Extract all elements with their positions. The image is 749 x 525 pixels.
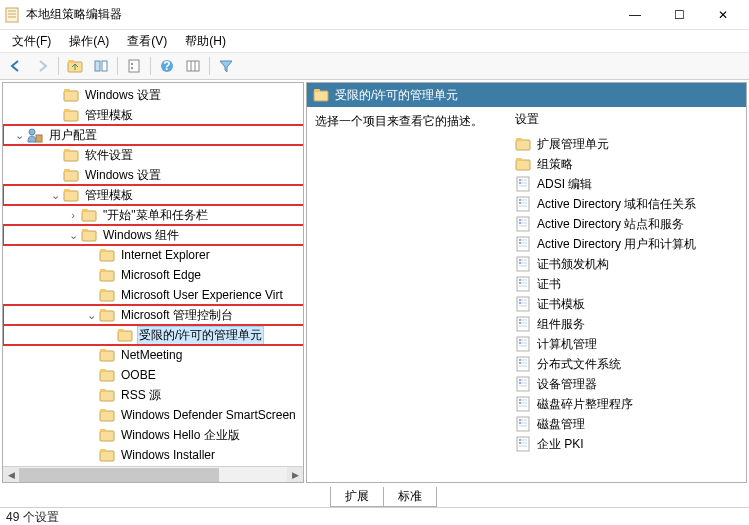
menu-help[interactable]: 帮助(H) bbox=[177, 31, 234, 52]
list-item-label: 组件服务 bbox=[537, 316, 585, 333]
tree-item[interactable]: RSS 源 bbox=[3, 385, 303, 405]
list-item[interactable]: 证书 bbox=[507, 274, 746, 294]
tree-item[interactable]: Microsoft User Experience Virt bbox=[3, 285, 303, 305]
collapse-icon[interactable]: ⌄ bbox=[47, 189, 63, 202]
tree-item[interactable]: ⌄用户配置 bbox=[3, 125, 303, 145]
menubar: 文件(F) 操作(A) 查看(V) 帮助(H) bbox=[0, 30, 749, 52]
tree-item[interactable]: ⌄Windows 组件 bbox=[3, 225, 303, 245]
list-item[interactable]: 设备管理器 bbox=[507, 374, 746, 394]
svg-rect-16 bbox=[129, 60, 139, 72]
setting-icon bbox=[515, 176, 531, 192]
list-item-label: ADSI 编辑 bbox=[537, 176, 592, 193]
expand-icon[interactable]: › bbox=[65, 209, 81, 221]
close-button[interactable]: ✕ bbox=[701, 0, 745, 30]
toolbar: ? bbox=[0, 52, 749, 80]
menu-file[interactable]: 文件(F) bbox=[4, 31, 59, 52]
tree-horizontal-scrollbar[interactable]: ◀ ▶ bbox=[3, 466, 303, 482]
tree-item[interactable]: ⌄管理模板 bbox=[3, 185, 303, 205]
settings-list[interactable]: 扩展管理单元组策略ADSI 编辑Active Directory 域和信任关系A… bbox=[507, 134, 746, 454]
tree-item[interactable]: 软件设置 bbox=[3, 145, 303, 165]
setting-icon bbox=[515, 236, 531, 252]
tree-item[interactable]: ›"开始"菜单和任务栏 bbox=[3, 205, 303, 225]
tab-standard[interactable]: 标准 bbox=[383, 487, 437, 507]
tree-item[interactable]: Windows Defender SmartScreen bbox=[3, 405, 303, 425]
tree-item[interactable]: Microsoft Edge bbox=[3, 265, 303, 285]
list-item[interactable]: 计算机管理 bbox=[507, 334, 746, 354]
folder-icon bbox=[313, 87, 329, 103]
list-item[interactable]: 磁盘管理 bbox=[507, 414, 746, 434]
list-item[interactable]: ADSI 编辑 bbox=[507, 174, 746, 194]
tree-item[interactable]: ⌄Microsoft 管理控制台 bbox=[3, 305, 303, 325]
minimize-button[interactable]: — bbox=[613, 0, 657, 30]
tree[interactable]: Windows 设置管理模板⌄用户配置软件设置Windows 设置⌄管理模板›"… bbox=[3, 83, 303, 466]
tree-item[interactable]: 管理模板 bbox=[3, 105, 303, 125]
toolbar-separator bbox=[209, 57, 210, 75]
list-item[interactable]: 组件服务 bbox=[507, 314, 746, 334]
maximize-button[interactable]: ☐ bbox=[657, 0, 701, 30]
tree-item-label: Microsoft 管理控制台 bbox=[119, 306, 235, 325]
scroll-thumb[interactable] bbox=[19, 468, 219, 482]
tree-item-label: OOBE bbox=[119, 367, 158, 383]
nav-forward-button[interactable] bbox=[30, 55, 54, 77]
show-hide-tree-button[interactable] bbox=[89, 55, 113, 77]
tree-item-label: Windows Hello 企业版 bbox=[119, 426, 242, 445]
list-item[interactable]: 分布式文件系统 bbox=[507, 354, 746, 374]
list-item-label: Active Directory 域和信任关系 bbox=[537, 196, 696, 213]
list-item[interactable]: 扩展管理单元 bbox=[507, 134, 746, 154]
tree-item-label: Windows 组件 bbox=[101, 226, 181, 245]
collapse-icon[interactable]: ⌄ bbox=[11, 129, 27, 142]
scroll-right-button[interactable]: ▶ bbox=[287, 467, 303, 483]
scroll-left-button[interactable]: ◀ bbox=[3, 467, 19, 483]
tree-item-label: Windows Defender SmartScreen bbox=[119, 407, 298, 423]
tree-item[interactable]: OOBE bbox=[3, 365, 303, 385]
tree-item-label: Microsoft User Experience Virt bbox=[119, 287, 285, 303]
svg-point-17 bbox=[131, 63, 133, 65]
setting-icon bbox=[515, 216, 531, 232]
list-item[interactable]: Active Directory 域和信任关系 bbox=[507, 194, 746, 214]
collapse-icon[interactable]: ⌄ bbox=[83, 309, 99, 322]
menu-action[interactable]: 操作(A) bbox=[61, 31, 117, 52]
list-item[interactable]: 组策略 bbox=[507, 154, 746, 174]
up-button[interactable] bbox=[63, 55, 87, 77]
setting-icon bbox=[515, 276, 531, 292]
nav-back-button[interactable] bbox=[4, 55, 28, 77]
details-tabs: 扩展 标准 bbox=[0, 485, 749, 507]
tree-item[interactable]: Windows Installer bbox=[3, 445, 303, 465]
folder-icon bbox=[515, 136, 531, 152]
list-item[interactable]: Active Directory 站点和服务 bbox=[507, 214, 746, 234]
list-item[interactable]: 磁盘碎片整理程序 bbox=[507, 394, 746, 414]
columns-button[interactable] bbox=[181, 55, 205, 77]
setting-icon bbox=[515, 356, 531, 372]
tree-item[interactable]: Internet Explorer bbox=[3, 245, 303, 265]
folder-icon bbox=[99, 247, 115, 263]
tree-item[interactable]: Windows 设置 bbox=[3, 85, 303, 105]
tree-item-label: Microsoft Edge bbox=[119, 267, 203, 283]
tree-item[interactable]: Windows Hello 企业版 bbox=[3, 425, 303, 445]
folder-icon bbox=[99, 427, 115, 443]
details-title: 受限的/许可的管理单元 bbox=[335, 87, 458, 104]
folder-icon bbox=[81, 207, 97, 223]
help-button[interactable]: ? bbox=[155, 55, 179, 77]
list-item-label: 磁盘碎片整理程序 bbox=[537, 396, 633, 413]
status-text: 49 个设置 bbox=[6, 509, 59, 525]
setting-icon bbox=[515, 256, 531, 272]
tree-item-label: 软件设置 bbox=[83, 146, 135, 165]
list-item[interactable]: Active Directory 用户和计算机 bbox=[507, 234, 746, 254]
tab-extended[interactable]: 扩展 bbox=[330, 487, 383, 507]
properties-button[interactable] bbox=[122, 55, 146, 77]
filter-button[interactable] bbox=[214, 55, 238, 77]
list-item-label: 扩展管理单元 bbox=[537, 136, 609, 153]
tree-item[interactable]: NetMeeting bbox=[3, 345, 303, 365]
svg-rect-15 bbox=[102, 61, 107, 71]
list-item[interactable]: 证书颁发机构 bbox=[507, 254, 746, 274]
description-text: 选择一个项目来查看它的描述。 bbox=[315, 113, 499, 130]
list-item[interactable]: 证书模板 bbox=[507, 294, 746, 314]
tree-item[interactable]: Windows 设置 bbox=[3, 165, 303, 185]
collapse-icon[interactable]: ⌄ bbox=[65, 229, 81, 242]
tree-item[interactable]: 受限的/许可的管理单元 bbox=[3, 325, 303, 345]
list-item[interactable]: 企业 PKI bbox=[507, 434, 746, 454]
menu-view[interactable]: 查看(V) bbox=[119, 31, 175, 52]
column-header-setting[interactable]: 设置 bbox=[507, 107, 746, 134]
tree-item-label: RSS 源 bbox=[119, 386, 163, 405]
statusbar: 49 个设置 bbox=[0, 507, 749, 525]
